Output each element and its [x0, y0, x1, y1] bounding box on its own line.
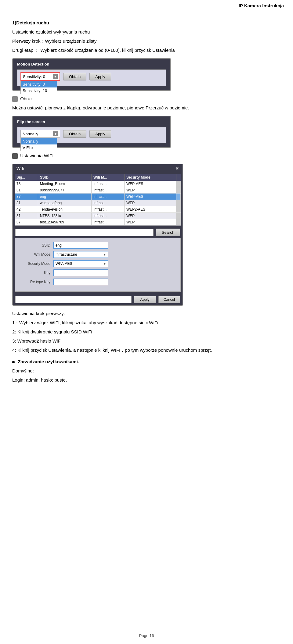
step2: 2: Kliknij dwukrotnie sygnału SSID WiFi	[12, 328, 281, 336]
wifi-dialog-title: Wifi	[16, 166, 24, 171]
motion-apply-button[interactable]: Apply	[89, 73, 111, 80]
key-label: Key	[20, 271, 50, 275]
flip-panel-inner: Normally ▼ Normally V-Flip Obtain Apply	[17, 127, 166, 143]
cell-scroll	[176, 181, 181, 187]
page-footer: Page 16	[0, 633, 293, 638]
dropdown-arrow-icon[interactable]: ▼	[53, 74, 58, 79]
table-row[interactable]: 31 999999999077 Infrast... WEP	[15, 187, 181, 194]
security-row: Securty Mode WPA-AES ▼	[20, 260, 175, 267]
section1-line3: Drugi etap ： Wybierz czułość urządzenia …	[12, 47, 281, 54]
image-section-label: Obraz	[20, 96, 33, 101]
flip-dropdown-arrow-icon[interactable]: ▼	[53, 131, 58, 136]
header-title: IP Kamera Instrukcja	[239, 3, 284, 8]
motion-panel-inner: Sensitivity: 0 ▼ Sensitivity: 0 Sensitiv…	[17, 69, 166, 86]
table-row[interactable]: 78 Meeting_Room Infrast... WEP-AES	[15, 181, 181, 187]
wifi-apply-button[interactable]: Apply	[134, 296, 156, 303]
security-label: Securty Mode	[20, 262, 50, 266]
cell-scroll	[176, 213, 181, 219]
cell-scroll	[176, 219, 181, 226]
motion-controls-row: Sensitivity: 0 ▼ Sensitivity: 0 Sensitiv…	[20, 72, 163, 81]
wifi-section-icon	[12, 153, 18, 159]
ssid-row: SSID	[20, 242, 175, 249]
sensitivity-option-0[interactable]: Sensitivity: 0	[21, 81, 57, 87]
wifi-bottom-input[interactable]	[15, 296, 132, 303]
cell-security: WEP2-AES	[124, 206, 176, 213]
motion-panel-title: Motion Detection	[17, 62, 166, 66]
retype-key-row: Re-type Key	[20, 279, 175, 285]
user-section-title: Zarządzanie użytkownikami.	[18, 359, 79, 364]
flip-dropdown-value: Normally	[23, 132, 38, 136]
cell-mode: Infrast...	[91, 213, 124, 219]
retype-key-input[interactable]	[53, 279, 108, 285]
image-section-icon	[12, 96, 18, 102]
sensitivity-dropdown-container: Sensitivity: 0 ▼ Sensitivity: 0 Sensitiv…	[20, 72, 60, 81]
key-input[interactable]	[53, 269, 108, 276]
col-security: Securty Mode	[124, 174, 176, 181]
cell-scroll	[176, 187, 181, 194]
cell-scroll	[176, 194, 181, 200]
cell-mode: Infrast...	[91, 194, 124, 200]
cell-scroll	[176, 200, 181, 206]
motion-obtain-button[interactable]: Obtain	[63, 73, 86, 80]
wifi-dialog: Wifi ✕ Sig... SSID Wifi M... Securty Mod…	[12, 164, 183, 306]
flip-apply-button[interactable]: Apply	[89, 130, 111, 138]
normally-list: Normally V-Flip	[20, 138, 57, 151]
flip-obtain-button[interactable]: Obtain	[63, 130, 86, 138]
table-row[interactable]: 37 eng Infrast... WEP-AES	[15, 194, 181, 200]
cell-sig: 31	[15, 213, 38, 219]
sensitivity-value: Sensitivity: 0	[23, 74, 45, 79]
table-row[interactable]: 31 wuchengfang Infrast... WEP	[15, 200, 181, 206]
section1-line1: Ustawienie czułości wykrywania ruchu	[12, 28, 281, 36]
cell-ssid: 999999999077	[38, 187, 91, 194]
cell-mode: Infrast...	[91, 181, 124, 187]
user-section-heading: Zarządzanie użytkownikami.	[12, 358, 281, 365]
sensitivity-option-10[interactable]: Sensitivity: 10	[21, 87, 57, 94]
steps-intro: Ustawienia krok pierwszy:	[12, 310, 281, 317]
wifi-search-button[interactable]: Search	[156, 229, 180, 236]
security-dropdown[interactable]: WPA-AES ▼	[53, 260, 108, 267]
col-sig: Sig...	[15, 174, 38, 181]
security-arrow-icon: ▼	[103, 262, 106, 265]
wifimode-row: Wifi Mode Infrastructure ▼	[20, 251, 175, 258]
wifimode-value: Infrastructure	[56, 252, 77, 257]
cell-security: WEP	[124, 213, 176, 219]
wifi-form-section: SSID Wifi Mode Infrastructure ▼ Securty …	[15, 238, 181, 292]
motion-detection-panel: Motion Detection Sensitivity: 0 ▼ Sensit…	[12, 58, 171, 91]
retype-key-label: Re-type Key	[20, 280, 50, 284]
flip-dropdown[interactable]: Normally ▼	[20, 130, 60, 138]
cell-ssid: NTESli123liu	[38, 213, 91, 219]
table-row[interactable]: 42 Tenda-evision Infrast... WEP2-AES	[15, 206, 181, 213]
wifi-cancel-button[interactable]: Cancel	[158, 296, 180, 303]
cell-ssid: test123456789	[38, 219, 91, 226]
step4: 4: Kliknij przycisk Ustawienia, a następ…	[12, 347, 281, 354]
ssid-input[interactable]	[53, 242, 108, 249]
flip-screen-panel: Flip the screen Normally ▼ Normally V-Fl…	[12, 116, 171, 148]
sensitivity-dropdown[interactable]: Sensitivity: 0 ▼	[20, 72, 60, 81]
table-row[interactable]: 31 NTESli123liu Infrast... WEP	[15, 213, 181, 219]
table-row[interactable]: 37 test123456789 Infrast... WEP	[15, 219, 181, 226]
wifi-search-input[interactable]	[15, 229, 154, 236]
ssid-label: SSID	[20, 243, 50, 247]
normally-option[interactable]: Normally	[21, 138, 57, 144]
wifi-close-button[interactable]: ✕	[175, 166, 179, 171]
cell-security: WEP-AES	[124, 194, 176, 200]
cell-sig: 42	[15, 206, 38, 213]
cell-ssid: Tenda-evision	[38, 206, 91, 213]
cell-ssid: wuchengfang	[38, 200, 91, 206]
wifimode-label: Wifi Mode	[20, 252, 50, 257]
cell-security: WEP	[124, 187, 176, 194]
vflip-option[interactable]: V-Flip	[21, 144, 57, 151]
key-row: Key	[20, 269, 175, 276]
section1-heading: 1)Detekcja ruchu	[12, 19, 281, 27]
image-section-header: Obraz	[12, 95, 281, 102]
wifimode-dropdown[interactable]: Infrastructure ▼	[53, 251, 108, 258]
cell-mode: Infrast...	[91, 187, 124, 194]
wifi-table-section: Sig... SSID Wifi M... Securty Mode 78 Me…	[15, 174, 181, 226]
wifi-table-wrapper: Sig... SSID Wifi M... Securty Mode 78 Me…	[15, 174, 181, 226]
cell-sig: 37	[15, 219, 38, 226]
sensitivity-list: Sensitivity: 0 Sensitivity: 10	[20, 81, 57, 94]
security-value: WPA-AES	[56, 262, 72, 266]
wifi-search-row: Search	[13, 227, 183, 238]
bullet-icon	[12, 361, 15, 363]
flip-panel-title: Flip the screen	[17, 119, 166, 124]
